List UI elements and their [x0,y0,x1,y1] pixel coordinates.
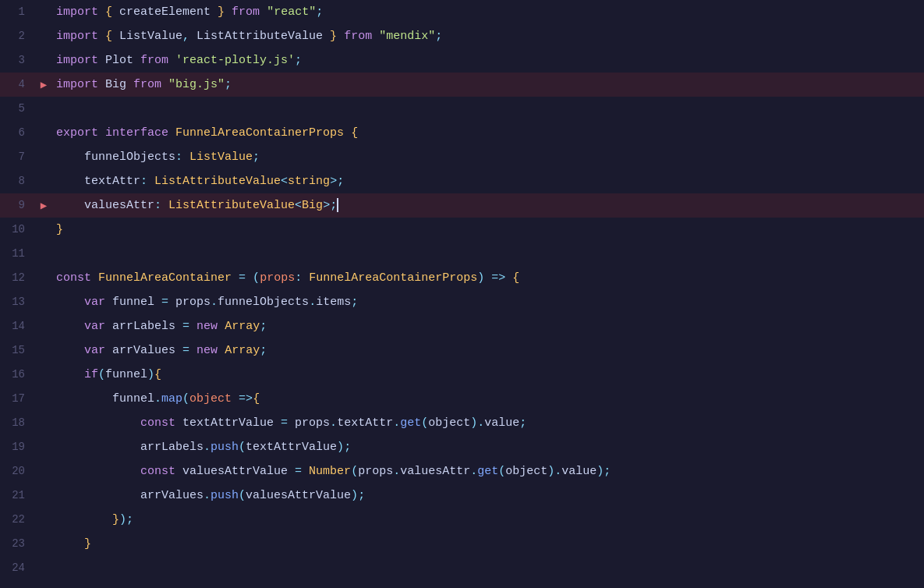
token-op: = [295,465,302,478]
token-plain [189,344,196,357]
code-editor: 1import { createElement } from "react";2… [0,0,924,588]
token-punct: > [330,175,337,188]
token-plain [344,126,351,140]
code-line: 21 arrValues.push(valuesAttrValue); [0,484,924,508]
token-plain [218,344,225,357]
breakpoint-indicator: ▶ [41,200,47,211]
token-kw: from [232,5,260,19]
line-number: 6 [0,121,37,145]
token-kw: const [140,416,175,430]
line-number: 22 [0,508,37,532]
token-bracket: } [112,513,119,526]
token-plain [260,5,267,19]
token-punct: ; [253,151,260,164]
line-number: 1 [0,0,37,24]
code-line: 2import { ListValue, ListAttributeValue … [0,24,924,48]
line-content: const FunnelAreaContainer = (props: Funn… [50,266,924,290]
token-plain: ListValue [112,30,182,43]
token-plain: textAttr [56,175,140,188]
line-number: 15 [0,338,37,363]
token-kw: import [56,5,98,19]
line-content: const valuesAttrValue = Number(props.val… [50,459,924,484]
line-number: 7 [0,145,37,169]
token-punct: ; [337,175,344,188]
code-line: 19 arrLabels.push(textAttrValue); [0,435,924,459]
token-bracket: } [218,5,225,19]
token-plain [91,271,98,285]
token-punct: . [554,465,561,478]
code-line: 16 if(funnel){ [0,363,924,387]
token-plain [232,271,239,285]
line-number: 11 [0,242,37,266]
token-punct: . [330,416,337,430]
token-punct: ; [126,513,133,526]
token-punct: ; [344,441,351,454]
token-type: FunnelAreaContainerProps [175,126,344,140]
token-type: FunnelAreaContainer [98,271,232,285]
token-arrow: => [239,392,253,406]
token-kw: from [344,30,372,43]
code-line: 1import { createElement } from "react"; [0,0,924,24]
breakpoint-indicator: ▶ [41,80,47,90]
code-line: 3import Plot from 'react-plotly.js'; [0,48,924,73]
token-kw: new [196,344,218,357]
token-plain [302,271,309,285]
token-plain: funnelObjects [56,151,175,164]
token-plain: textAttrValue [175,416,281,430]
token-plain: arrLabels [105,320,182,333]
token-punct: ; [316,5,323,19]
token-plain: arrLabels [56,441,204,454]
line-number: 2 [0,24,37,48]
token-plain [302,465,309,478]
token-punct: ) [477,271,484,285]
code-line: 12const FunnelAreaContainer = (props: Fu… [0,266,924,290]
token-plain: funnelObjects [218,296,309,309]
token-bracket: { [512,271,519,285]
token-punct: . [204,489,211,502]
token-punct: ( [239,441,246,454]
token-punct: ( [239,489,246,502]
code-line: 11 [0,242,924,266]
token-punct: ) [337,441,344,454]
token-plain [161,199,168,212]
line-content: const textAttrValue = props.textAttr.get… [50,411,924,435]
token-kw: export [56,126,98,140]
token-method: get [477,465,498,478]
token-plain [98,126,105,140]
token-punct: ( [351,465,358,478]
token-punct: , [182,30,189,43]
token-op: = [281,416,288,430]
token-punct: ) [597,465,604,478]
token-punct: > [323,199,330,212]
line-number: 3 [0,48,37,73]
token-kw: import [56,54,98,67]
token-punct: . [154,392,161,406]
code-line: 6export interface FunnelAreaContainerPro… [0,121,924,145]
line-number: 17 [0,387,37,411]
token-str: "react" [267,5,316,19]
token-method: push [211,489,239,502]
token-method: map [161,392,182,406]
token-type: ListAttributeValue [154,175,281,188]
token-plain: funnel [105,296,161,309]
token-punct: ( [182,392,189,406]
token-plain [56,320,84,333]
line-content: import Big from "big.js"; [50,73,924,97]
token-plain [168,126,175,140]
token-punct: . [204,441,211,454]
token-punct: . [211,296,218,309]
token-plain: value [484,416,519,430]
token-punct: : [175,151,182,164]
token-plain [246,271,253,285]
line-number: 24 [0,556,37,580]
token-bracket: } [56,223,63,236]
token-bracket: } [84,537,91,551]
token-bracket: { [154,368,161,381]
token-plain [98,5,105,19]
token-plain [56,344,84,357]
token-punct: ; [604,465,611,478]
token-plain [189,320,196,333]
token-kw: new [196,320,218,333]
line-content: funnel.map(object =>{ [50,387,924,411]
token-punct: ) [147,368,154,381]
